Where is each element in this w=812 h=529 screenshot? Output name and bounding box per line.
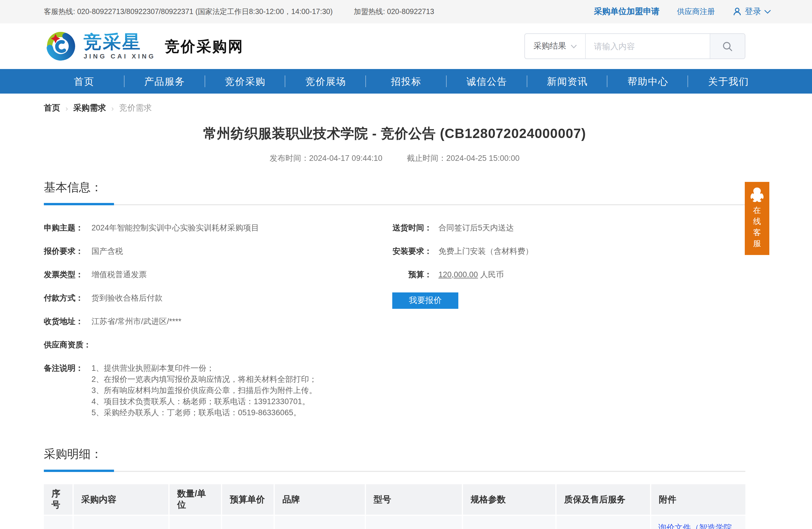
cell-warranty: 按行业标准提供服务 [556, 516, 651, 529]
info-row-invoice-type: 发票类型： 增值税普通发票 [44, 269, 392, 280]
nav-item-about-us[interactable]: 关于我们 [688, 69, 769, 94]
breadcrumb-home[interactable]: 首页 [44, 103, 60, 113]
info-row-subject: 申购主题： 2024年智能控制实训中心实验实训耗材采购项目 [44, 222, 392, 233]
online-service-badge[interactable]: 在 线 客 服 [745, 182, 769, 255]
cell-seq: 1 [44, 516, 74, 529]
search-box: 采购结果 [524, 33, 745, 59]
purchase-detail-table: 序号 采购内容 数量/单位 预算单价 品牌 型号 规格参数 质保及售后服务 附件… [44, 484, 745, 529]
search-category-select[interactable]: 采购结果 [525, 34, 586, 58]
chevron-down-icon [570, 44, 577, 48]
cell-model: 无 [366, 516, 463, 529]
chevron-down-icon [764, 9, 771, 14]
info-row-quote-requirement: 报价要求： 国产含税 [44, 246, 392, 257]
cell-content: 2024年智能控制实训中心实验实训耗材采购 [74, 516, 170, 529]
main-nav: 首页 产品服务 竞价采购 竞价展场 招投标 诚信公告 新闻资讯 帮助中心 关于我… [0, 69, 812, 94]
field-value: 江苏省/常州市/武进区/**** [91, 316, 182, 327]
remark-line: 1、提供营业执照副本复印件一份； [91, 362, 317, 374]
cell-attachments: 询价文件（智造学院实验实训耗材）.doc 实训套件1-5清单.docx [651, 516, 745, 529]
col-header-qty-unit: 数量/单位 [170, 484, 222, 516]
search-button[interactable] [710, 34, 745, 58]
nav-item-home[interactable]: 首页 [44, 69, 125, 94]
badge-char: 服 [753, 238, 761, 249]
search-category-value: 采购结果 [534, 41, 566, 52]
detail-title: 采购明细： [44, 446, 745, 462]
section-divider [44, 203, 745, 205]
field-value: 免费上门安装（含材料费） [438, 246, 533, 257]
logo-en-text: JING CAI XING [84, 53, 156, 60]
info-row-delivery-time: 送货时间： 合同签订后5天内送达 [392, 222, 745, 233]
field-label: 付款方式： [44, 292, 83, 303]
field-label: 预算： [392, 269, 432, 280]
cell-spec: 见附件询价文件 [463, 516, 556, 529]
nav-item-bidding-purchase[interactable]: 竞价采购 [205, 69, 286, 94]
breadcrumb-current: 竞价需求 [119, 103, 152, 113]
remark-line: 5、采购经办联系人：丁老师；联系电话：0519-86336065。 [91, 407, 317, 418]
service-hotline: 客服热线: 020-80922713/80922307/80922371 (国家… [44, 7, 333, 17]
badge-char: 客 [753, 227, 761, 238]
col-header-budget-price: 预算单价 [222, 484, 275, 516]
field-value: 国产含税 [91, 246, 123, 257]
basic-info-title: 基本信息： [44, 180, 745, 195]
search-input[interactable] [586, 34, 710, 58]
user-icon [733, 7, 742, 16]
cell-budget-price: 120000 [222, 516, 275, 529]
info-row-remarks: 备注说明： 1、提供营业执照副本复印件一份； 2、在报价一览表内填写报价及响应情… [44, 362, 392, 418]
login-label: 登录 [745, 6, 761, 17]
chevron-right-icon: › [111, 104, 114, 113]
field-value: 2024年智能控制实训中心实验实训耗材采购项目 [91, 222, 259, 233]
remark-line: 4、项目技术负责联系人：杨老师；联系电话：13912330701。 [91, 396, 317, 407]
col-header-seq: 序号 [44, 484, 74, 516]
section-divider [44, 470, 745, 472]
info-row-install-requirement: 安装要求： 免费上门安装（含材料费） [392, 246, 745, 257]
nav-item-tenders[interactable]: 招投标 [366, 69, 447, 94]
info-row-delivery-address: 收货地址： 江苏省/常州市/武进区/**** [44, 316, 392, 327]
col-header-spec: 规格参数 [463, 484, 556, 516]
budget-amount[interactable]: 120,000.00 [438, 270, 478, 279]
site-name: 竞价采购网 [165, 37, 244, 56]
remark-line: 3、所有响应材料均加盖报价供应商公章，扫描后作为附件上传。 [91, 385, 317, 396]
site-logo[interactable]: 竞采星 JING CAI XING 竞价采购网 [44, 29, 244, 63]
budget-currency: 人民币 [480, 270, 504, 279]
purchase-unit-join-link[interactable]: 采购单位加盟申请 [594, 6, 659, 17]
field-label: 报价要求： [44, 246, 83, 257]
cell-brand: 无 [275, 516, 366, 529]
basic-info-grid: 申购主题： 2024年智能控制实训中心实验实训耗材采购项目 报价要求： 国产含税… [44, 222, 745, 430]
supplier-register-link[interactable]: 供应商注册 [677, 6, 715, 17]
page-title: 常州纺织服装职业技术学院 - 竞价公告 (CB128072024000007) [44, 125, 745, 143]
cell-qty-unit: 1/批 [170, 516, 222, 529]
info-row-payment-method: 付款方式： 货到验收合格后付款 [44, 292, 392, 303]
logo-swirl-icon [44, 29, 78, 63]
attachment-link-doc[interactable]: 询价文件（智造学院实验实训耗材）.doc [658, 520, 738, 529]
join-hotline: 加盟热线: 020-80922713 [354, 7, 434, 17]
table-row: 1 2024年智能控制实训中心实验实训耗材采购 1/批 120000 无 无 见… [44, 516, 745, 529]
nav-item-bidding-hall[interactable]: 竞价展场 [286, 69, 366, 94]
col-header-model: 型号 [366, 484, 463, 516]
basic-info-section-header: 基本信息： [44, 180, 745, 205]
remark-line: 2、在报价一览表内填写报价及响应情况，将相关材料全部打印； [91, 374, 317, 385]
field-label: 供应商资质： [44, 339, 91, 350]
field-value: 增值税普通发票 [91, 269, 147, 280]
qq-penguin-icon [749, 187, 765, 203]
col-header-brand: 品牌 [275, 484, 366, 516]
field-label: 申购主题： [44, 222, 83, 233]
notice-meta: 发布时间：2024-04-17 09:44:10 截止时间：2024-04-25… [44, 153, 745, 164]
quote-button[interactable]: 我要报价 [392, 292, 458, 309]
info-row-supplier-qualification: 供应商资质： [44, 339, 392, 350]
breadcrumb-purchase-demand[interactable]: 采购需求 [73, 103, 106, 113]
nav-item-news[interactable]: 新闻资讯 [527, 69, 608, 94]
publish-time-label: 发布时间： [270, 154, 309, 162]
info-row-budget: 预算： 120,000.00 人民币 [392, 269, 745, 280]
deadline-value: 2024-04-25 15:00:00 [446, 154, 520, 162]
col-header-warranty: 质保及售后服务 [556, 484, 651, 516]
field-value: 合同签订后5天内送达 [438, 222, 514, 233]
field-label: 送货时间： [392, 222, 432, 233]
field-value: 货到验收合格后付款 [91, 292, 162, 303]
field-label: 备注说明： [44, 362, 83, 374]
nav-item-integrity-notice[interactable]: 诚信公告 [447, 69, 527, 94]
nav-item-products[interactable]: 产品服务 [125, 69, 205, 94]
chevron-right-icon: › [66, 104, 68, 113]
publish-time-value: 2024-04-17 09:44:10 [309, 154, 382, 162]
detail-section-header: 采购明细： [44, 446, 745, 472]
login-menu[interactable]: 登录 [733, 6, 771, 17]
nav-item-help-center[interactable]: 帮助中心 [608, 69, 688, 94]
